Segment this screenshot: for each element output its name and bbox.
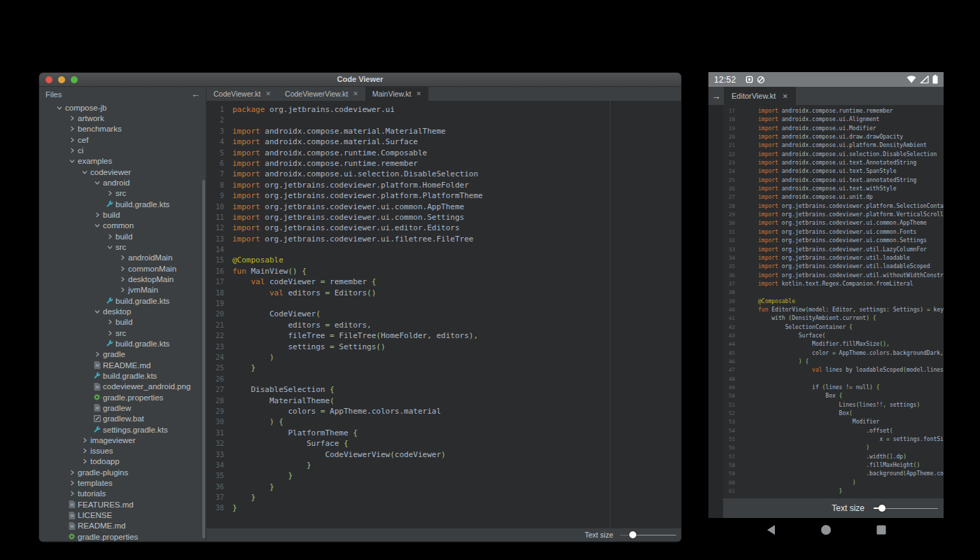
close-tab-icon[interactable]: ✕ (266, 90, 272, 97)
code-text: } (232, 492, 255, 503)
phone-slider-thumb[interactable] (878, 505, 886, 512)
tab-codeviewerview-kt[interactable]: CodeViewerView.kt✕ (278, 87, 365, 101)
tree-item-gradlew[interactable]: gradlew (39, 402, 206, 413)
code-text: Lines(lines!!, settings) (758, 401, 920, 410)
tree-item-gradle[interactable]: gradle (39, 349, 206, 360)
code-line: 15@Composable (206, 255, 681, 265)
line-number: 41 (723, 314, 735, 323)
chevron-right-icon (105, 234, 114, 239)
window-titlebar[interactable]: Code Viewer (39, 73, 681, 87)
code-line: 18import androidx.compose.ui.Alignment (723, 115, 944, 124)
line-number: 60 (723, 479, 735, 487)
code-line: 26 (206, 374, 681, 384)
phone-editor-statusbar: Text size (723, 498, 944, 518)
tree-item-compose-jb[interactable]: compose-jb (39, 102, 206, 113)
code-text: ) { (232, 416, 284, 427)
tree-item-issues[interactable]: issues (39, 446, 206, 456)
code-line: 17 val codeViewer = remember { (206, 276, 681, 287)
tree-item-codeviewer[interactable]: codeviewer (39, 167, 206, 177)
tree-item-src[interactable]: src (39, 328, 206, 338)
tree-item-codeviewer-android-png[interactable]: codeviewer_android.png (39, 382, 206, 392)
tree-item-androidmain[interactable]: androidMain (39, 253, 206, 263)
tree-item-features-md[interactable]: FEATURES.md (39, 499, 206, 510)
line-number: 24 (206, 352, 224, 363)
tree-item-settings-gradle-kts[interactable]: settings.gradle.kts (39, 424, 206, 435)
tree-item-readme-md[interactable]: README.md (39, 360, 206, 370)
code-line: 31 PlatformTheme { (206, 428, 681, 438)
tree-item-gradle-plugins[interactable]: gradle-plugins (39, 467, 206, 477)
tree-item-label: todoapp (89, 457, 120, 465)
tab-mainview-kt[interactable]: MainView.kt✕ (365, 87, 428, 101)
tree-item-ci[interactable]: ci (39, 145, 206, 155)
slider-thumb[interactable] (629, 531, 636, 538)
tree-item-src[interactable]: src (39, 241, 206, 252)
code-line: 19import androidx.compose.ui.Modifier (723, 125, 944, 133)
tree-item-build-gradle-kts[interactable]: build.gradle.kts (39, 338, 206, 349)
code-line: 30import org.jetbrains.codeviewer.ui.com… (723, 219, 944, 227)
tree-item-readme-md[interactable]: README.md (39, 521, 206, 531)
tree-item-label: src (114, 189, 126, 197)
nav-back-icon[interactable] (766, 524, 776, 536)
nav-home-icon[interactable] (820, 524, 832, 536)
code-text: import org.jetbrains.codeviewer.ui.commo… (758, 237, 927, 245)
collapse-sidebar-icon[interactable]: ← (191, 87, 200, 102)
tree-item-common[interactable]: common (39, 220, 206, 231)
tree-item-desktop[interactable]: desktop (39, 306, 206, 316)
tree-item-build[interactable]: build (39, 317, 206, 328)
tree-item-todoapp[interactable]: todoapp (39, 456, 206, 467)
tree-item-templates[interactable]: templates (39, 477, 206, 488)
tree-item-label: imageviewer (89, 436, 136, 444)
tree-item-build-gradle-kts[interactable]: build.gradle.kts (39, 199, 206, 209)
text-size-slider[interactable] (620, 531, 676, 538)
chevron-right-icon (105, 330, 114, 336)
sidebar-scrollbar[interactable] (202, 180, 205, 538)
code-line: 23import androidx.compose.ui.text.Annota… (723, 159, 944, 167)
tree-item-src[interactable]: src (39, 188, 206, 199)
open-files-panel-icon[interactable]: → (708, 87, 724, 105)
wrench-file-icon (92, 372, 102, 379)
tree-item-gradle-properties[interactable]: gradle.properties (39, 531, 206, 541)
doc-file-icon (67, 522, 76, 530)
tree-item-label: issues (89, 447, 113, 455)
close-tab-icon[interactable]: ✕ (416, 90, 422, 97)
tree-item-build-gradle-kts[interactable]: build.gradle.kts (39, 370, 206, 381)
line-number: 42 (723, 323, 735, 332)
collapsed-files-panel[interactable] (708, 105, 723, 518)
code-line: 60 ) (723, 479, 944, 487)
close-tab-icon[interactable]: ✕ (782, 92, 788, 100)
line-number: 6 (206, 158, 224, 169)
tree-item-label: benchmarks (76, 125, 122, 133)
code-line: 48 (723, 375, 944, 384)
tree-item-artwork[interactable]: artwork (39, 113, 206, 123)
tree-item-jvmmain[interactable]: jvmMain (39, 285, 206, 295)
tree-item-tutorials[interactable]: tutorials (39, 489, 206, 499)
tree-item-build[interactable]: build (39, 209, 206, 220)
close-tab-icon[interactable]: ✕ (353, 90, 358, 97)
code-text: fun MainView() { (232, 266, 307, 276)
tab-editorview-kt[interactable]: EditorView.kt ✕ (724, 87, 796, 105)
tree-item-benchmarks[interactable]: benchmarks (39, 124, 206, 134)
line-number: 30 (723, 219, 735, 227)
tree-item-build[interactable]: build (39, 231, 206, 241)
tree-item-gradlew-bat[interactable]: gradlew.bat (39, 414, 206, 424)
code-text: import org.jetbrains.codeviewer.ui.commo… (232, 212, 464, 223)
tree-item-android[interactable]: android (39, 177, 206, 188)
code-text: ) (758, 444, 869, 452)
phone-code-editor[interactable]: 17import androidx.compose.runtime.rememb… (723, 105, 944, 498)
code-editor[interactable]: 1package org.jetbrains.codeviewer.ui23im… (206, 101, 681, 528)
tree-item-gradle-properties[interactable]: gradle.properties (39, 392, 206, 402)
tree-item-desktopmain[interactable]: desktopMain (39, 274, 206, 284)
line-number: 45 (723, 349, 735, 358)
tree-item-build-gradle-kts[interactable]: build.gradle.kts (39, 295, 206, 306)
phone-text-size-slider[interactable] (874, 505, 938, 512)
tree-item-cef[interactable]: cef (39, 134, 206, 145)
tree-item-imageviewer[interactable]: imageviewer (39, 435, 206, 445)
tree-item-commonmain[interactable]: commonMain (39, 263, 206, 274)
tree-item-examples[interactable]: examples (39, 156, 206, 167)
file-tree[interactable]: compose-jbartworkbenchmarkscefciexamples… (39, 102, 206, 541)
window-title: Code Viewer (39, 75, 681, 83)
nav-recents-icon[interactable] (876, 525, 886, 535)
tree-item-license[interactable]: LICENSE (39, 510, 206, 520)
tab-codeviewer-kt[interactable]: CodeViewer.kt✕ (206, 87, 278, 101)
line-number: 20 (206, 309, 224, 319)
